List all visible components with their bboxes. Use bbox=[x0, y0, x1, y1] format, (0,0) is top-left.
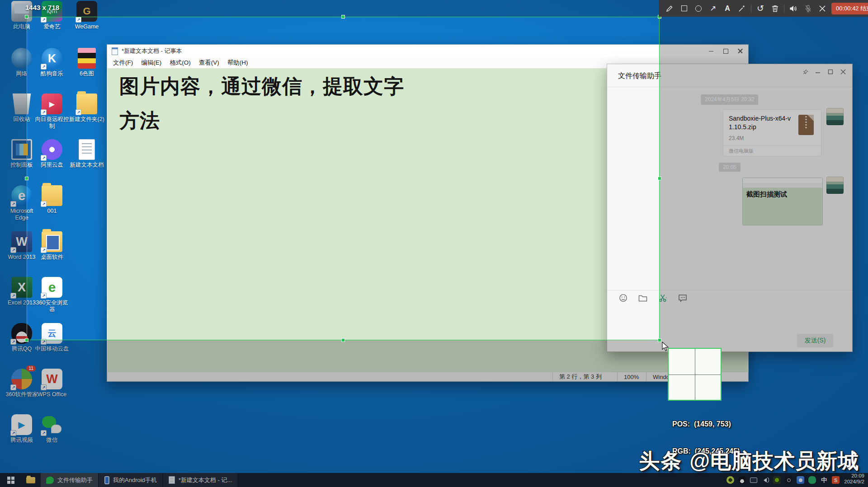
shortcut-arrow-icon bbox=[41, 293, 47, 299]
sunflower-icon: ▶ bbox=[42, 94, 62, 114]
watermark: 头条 @电脑技术员新城 bbox=[639, 447, 859, 475]
capture-dim-overlay-right bbox=[660, 17, 868, 340]
desktop-icon-grid-desktop-software[interactable]: 桌面软件 bbox=[33, 231, 71, 261]
send-file-folder-icon[interactable] bbox=[638, 294, 647, 302]
desktop-icon-label: 360安全浏览器 bbox=[33, 300, 71, 313]
capture-dim-overlay-left bbox=[0, 17, 27, 340]
close-capture-button[interactable] bbox=[817, 3, 828, 14]
shortcut-arrow-icon bbox=[75, 109, 81, 115]
selection-handle[interactable] bbox=[341, 338, 345, 342]
desktop: 此电脑 iQIYI 爱奇艺 G WeGame bbox=[0, 0, 868, 487]
sixcolor-icon bbox=[78, 48, 96, 69]
desktop-icon-label: 桌面软件 bbox=[33, 254, 71, 261]
notepad-icon bbox=[112, 47, 118, 55]
desktop-icon-grid-browser-360[interactable]: e 360安全浏览器 bbox=[33, 277, 71, 313]
shortcut-arrow-icon bbox=[41, 201, 47, 207]
browser360-icon: e bbox=[42, 277, 62, 298]
capture-toolbar: ↗ A ↺ 00:00:42 结束 bbox=[659, 0, 868, 17]
desktop-icon-grid-new-folder-2[interactable]: 新建文件夹(2) bbox=[68, 94, 105, 123]
textdoc-icon bbox=[79, 139, 95, 160]
notepad-menubar-help[interactable]: 帮助(H) bbox=[223, 58, 252, 68]
selection-handle[interactable] bbox=[25, 338, 28, 342]
desktop-icon-grid-new-text-document[interactable]: 新建文本文档 bbox=[68, 139, 105, 169]
kugou-icon: K bbox=[42, 48, 62, 69]
shortcut-arrow-icon bbox=[41, 109, 47, 115]
desktop-icon-label: 新建文件夹(2) bbox=[68, 116, 105, 123]
microphone-muted-icon[interactable] bbox=[802, 3, 813, 14]
selection-size-label: 1443 x 718 bbox=[25, 4, 59, 11]
notepad-menubar-format[interactable]: 格式(O) bbox=[165, 58, 195, 68]
shortcut-arrow-icon bbox=[41, 64, 47, 70]
desktop-icon-grid-kugou-music[interactable]: K 酷狗音乐 bbox=[33, 48, 71, 77]
desktop-icon-label: 阿里云盘 bbox=[33, 162, 71, 169]
folder-icon bbox=[42, 185, 62, 206]
marker-tool-button[interactable] bbox=[736, 3, 747, 14]
shortcut-arrow-icon bbox=[41, 155, 47, 161]
shortcut-arrow-icon bbox=[41, 17, 47, 23]
notepad-menubar-view[interactable]: 查看(V) bbox=[195, 58, 223, 68]
undo-button[interactable]: ↺ bbox=[755, 3, 766, 14]
text-tool-button[interactable]: A bbox=[722, 3, 733, 14]
desktop-icon-label: 001 bbox=[33, 208, 71, 215]
speaker-icon[interactable] bbox=[788, 3, 799, 14]
arrow-tool-button[interactable]: ↗ bbox=[708, 3, 718, 14]
rectangle-tool-button[interactable] bbox=[679, 3, 689, 14]
watermark-prefix: 头条 bbox=[639, 447, 682, 475]
selection-handle[interactable] bbox=[658, 177, 661, 180]
pos-line: POS: (1459, 753) bbox=[672, 420, 740, 429]
folder-icon bbox=[76, 94, 97, 114]
pencil-tool-button[interactable] bbox=[664, 3, 675, 14]
shortcut-arrow-icon bbox=[41, 247, 47, 253]
desktop-icon-label: 向日葵远程控制 bbox=[33, 116, 71, 130]
wechat-window-title: 文件传输助手 bbox=[618, 71, 661, 81]
notepad-window-title: *新建文本文档 - 记事本 bbox=[122, 47, 182, 55]
desktop-icon-grid-six-color-image[interactable]: 6色图 bbox=[68, 48, 105, 77]
desktop-icon-grid-folder-001[interactable]: 001 bbox=[33, 185, 71, 215]
deskfolder-icon bbox=[42, 231, 62, 252]
ellipse-tool-button[interactable] bbox=[693, 3, 704, 14]
desktop-icon-label: 新建文本文档 bbox=[68, 162, 105, 169]
notepad-menubar-edit[interactable]: 编辑(E) bbox=[137, 58, 165, 68]
aliyun-icon bbox=[42, 139, 62, 160]
desktop-icon-grid-sunlogin-remote[interactable]: ▶ 向日葵远程控制 bbox=[33, 94, 71, 130]
desktop-icon-label: WeGame bbox=[68, 23, 105, 30]
notepad-menubar-file[interactable]: 文件(F) bbox=[109, 58, 137, 68]
notepad-titlebar[interactable]: *新建文本文档 - 记事本 bbox=[107, 45, 748, 57]
desktop-icon-grid-aliyun-drive[interactable]: 阿里云盘 bbox=[33, 139, 71, 169]
selection-handle[interactable] bbox=[25, 15, 28, 19]
desktop-icon-label: 酷狗音乐 bbox=[33, 70, 71, 77]
mouse-cursor bbox=[660, 342, 670, 353]
selection-handle[interactable] bbox=[341, 15, 345, 19]
color-picker-magnifier bbox=[668, 348, 722, 401]
shortcut-arrow-icon bbox=[75, 17, 81, 23]
watermark-handle: @电脑技术员新城 bbox=[689, 447, 859, 475]
trash-button[interactable] bbox=[769, 3, 780, 14]
selection-handle[interactable] bbox=[25, 177, 28, 180]
recording-timer-stop-button[interactable]: 00:00:42 结束 bbox=[831, 3, 868, 14]
emoji-icon[interactable] bbox=[619, 294, 627, 302]
desktop-icon-label: 6色图 bbox=[68, 70, 105, 77]
desktop-icon-label: 爱奇艺 bbox=[33, 23, 71, 30]
